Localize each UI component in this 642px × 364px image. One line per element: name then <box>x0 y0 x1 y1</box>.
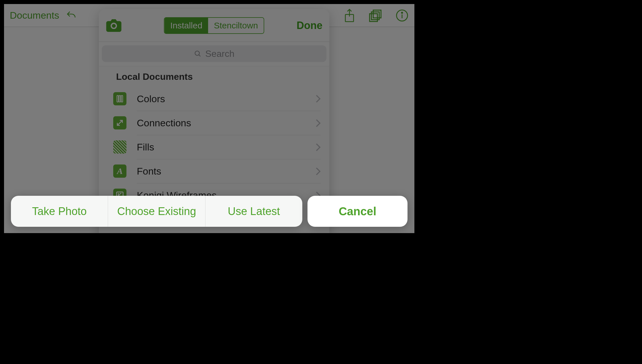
take-photo-button[interactable]: Take Photo <box>11 196 108 227</box>
cancel-button[interactable]: Cancel <box>307 196 408 227</box>
choose-existing-button[interactable]: Choose Existing <box>108 196 205 227</box>
photo-action-sheet: Take Photo Choose Existing Use Latest Ca… <box>11 196 408 227</box>
use-latest-button[interactable]: Use Latest <box>205 196 302 227</box>
